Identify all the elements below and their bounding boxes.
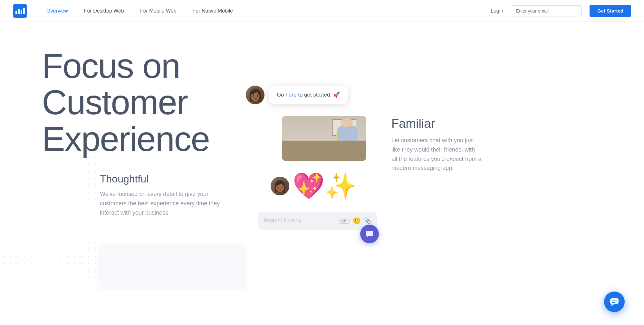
office-scene xyxy=(282,116,366,161)
nav-native-mobile[interactable]: For Native Mobile xyxy=(193,8,233,14)
thoughtful-title: Thoughtful xyxy=(100,173,226,185)
logo-bar-4 xyxy=(23,8,25,14)
logo-icon xyxy=(15,8,25,14)
hero-heading-line2: Experience xyxy=(42,121,322,157)
familiar-title: Familiar xyxy=(391,117,482,131)
main-content: Focus on Customer Experience Thoughtful … xyxy=(0,22,644,325)
reply-icons: GIF 🙂 📎 xyxy=(339,217,371,225)
chat-bubble-go-here: Go here to get started. 🚀 xyxy=(269,86,348,104)
emoji-icon[interactable]: 🙂 xyxy=(353,217,361,225)
nav-desktop-web[interactable]: For Desktop Web xyxy=(84,8,124,14)
heart-reaction-area: 👩🏾 💖✨ xyxy=(271,173,357,199)
nav-overview[interactable]: Overview xyxy=(46,8,68,14)
chat-icon-inner xyxy=(365,229,374,238)
user-avatar-top: 👩🏾 xyxy=(246,86,264,104)
reply-placeholder: Reply to Destiny... xyxy=(264,218,335,224)
familiar-section: Familiar Let customers chat with you jus… xyxy=(391,117,482,173)
svg-rect-4 xyxy=(612,301,617,301)
office-desk xyxy=(282,141,366,161)
login-link[interactable]: Login xyxy=(491,8,503,14)
chat-button-inner[interactable] xyxy=(360,225,379,243)
familiar-text: Let customers chat with you just like th… xyxy=(391,136,482,173)
logo[interactable] xyxy=(13,4,27,18)
bubble-text-post: to get started. 🚀 xyxy=(296,92,340,98)
email-input[interactable] xyxy=(511,5,582,16)
avatar-face-top: 👩🏾 xyxy=(248,88,263,102)
avatar-face-mid: 👩🏾 xyxy=(273,180,287,192)
nav-right: Login Get Started xyxy=(491,5,631,17)
svg-marker-3 xyxy=(611,304,614,306)
user-avatar-mid: 👩🏾 xyxy=(271,177,289,195)
bubble-link[interactable]: here xyxy=(285,92,296,98)
chat-icon-float xyxy=(609,297,620,307)
office-person-head xyxy=(341,118,353,127)
heart-emoji: 💖✨ xyxy=(293,173,357,199)
floating-chat-button[interactable] xyxy=(604,292,625,312)
thoughtful-text: We've focused on every detail to give yo… xyxy=(100,190,226,217)
nav-links: Overview For Desktop Web For Mobile Web … xyxy=(46,8,491,14)
svg-rect-0 xyxy=(366,231,373,236)
logo-bar-3 xyxy=(21,10,22,14)
reply-input-area[interactable]: Reply to Destiny... GIF 🙂 📎 xyxy=(258,212,377,230)
thoughtful-section: Thoughtful We've focused on every detail… xyxy=(100,173,226,217)
svg-rect-5 xyxy=(612,302,615,303)
svg-marker-1 xyxy=(366,236,369,237)
navbar: Overview For Desktop Web For Mobile Web … xyxy=(0,0,644,22)
logo-bar-2 xyxy=(18,9,20,14)
attach-icon[interactable]: 📎 xyxy=(364,217,371,224)
logo-bar-1 xyxy=(15,11,17,14)
hero-heading-line1: Focus on Customer xyxy=(42,48,322,121)
get-started-button[interactable]: Get Started xyxy=(590,5,631,17)
nav-mobile-web[interactable]: For Mobile Web xyxy=(140,8,177,14)
office-person-body xyxy=(337,125,358,143)
bottom-card-hint xyxy=(100,247,245,289)
bubble-text-pre: Go xyxy=(277,92,285,98)
gif-badge[interactable]: GIF xyxy=(339,218,350,224)
gif-image-card xyxy=(282,116,366,161)
